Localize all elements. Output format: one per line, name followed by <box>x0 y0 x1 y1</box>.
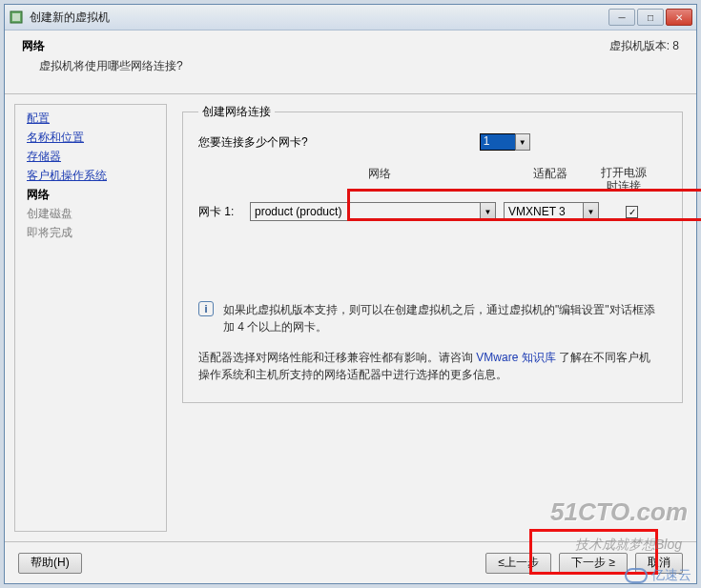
group-legend: 创建网络连接 <box>198 104 275 120</box>
next-button[interactable]: 下一步 ≥ <box>559 553 628 574</box>
vmware-kb-link[interactable]: VMware 知识库 <box>476 351 555 364</box>
wizard-body: 配置 名称和位置 存储器 客户机操作系统 网络 创建磁盘 即将完成 创建网络连接… <box>5 94 696 541</box>
step-create-disk: 创建磁盘 <box>27 206 155 222</box>
info-note-1: i 如果此虚拟机版本支持，则可以在创建虚拟机之后，通过虚拟机的"编辑设置"对话框… <box>198 301 667 335</box>
minimize-button[interactable]: ─ <box>608 9 635 26</box>
window-title: 创建新的虚拟机 <box>30 10 608 26</box>
step-storage[interactable]: 存储器 <box>27 149 155 165</box>
info-icon: i <box>198 301 214 316</box>
info-note-2: 适配器选择对网络性能和迁移兼容性都有影响。请咨询 VMware 知识库 了解在不… <box>198 349 667 383</box>
nic-1-network-value: product (product) <box>255 205 341 218</box>
col-adapter: 适配器 <box>504 166 597 193</box>
wizard-steps-sidebar: 配置 名称和位置 存储器 客户机操作系统 网络 创建磁盘 即将完成 <box>14 104 167 532</box>
chevron-down-icon: ▼ <box>480 203 495 220</box>
col-connect-on-power: 打开电源时连接 <box>597 166 650 193</box>
step-ready-complete: 即将完成 <box>27 225 155 241</box>
page-title: 网络 <box>22 38 679 54</box>
watermark-yisu: 亿速云 <box>625 567 691 584</box>
watermark-slogan: 技术成就梦想Blog <box>575 537 682 554</box>
svg-rect-1 <box>12 13 20 21</box>
window-controls: ─ □ ✕ <box>608 9 692 26</box>
network-connection-group: 创建网络连接 您要连接多少个网卡? 1 ▼ 网络 适配器 打开电源时连接 网卡 … <box>182 104 683 403</box>
wizard-main: 创建网络连接 您要连接多少个网卡? 1 ▼ 网络 适配器 打开电源时连接 网卡 … <box>167 104 683 532</box>
back-button[interactable]: ≤上一步 <box>485 553 551 574</box>
step-configuration[interactable]: 配置 <box>27 111 155 127</box>
step-name-location[interactable]: 名称和位置 <box>27 130 155 146</box>
chevron-down-icon: ▼ <box>583 203 598 220</box>
nic-count-row: 您要连接多少个网卡? 1 ▼ <box>198 133 667 151</box>
step-guest-os[interactable]: 客户机操作系统 <box>27 168 155 184</box>
wizard-header: 网络 虚拟机将使用哪些网络连接? 虚拟机版本: 8 <box>5 30 696 94</box>
nic-count-dropdown-button[interactable]: ▼ <box>515 133 530 151</box>
watermark-51cto: 51CTO.com <box>550 497 688 527</box>
nic-1-row: 网卡 1: product (product) ▼ VMXNET 3 ▼ ✓ <box>198 198 667 225</box>
help-button[interactable]: 帮助(H) <box>18 553 82 574</box>
nic-count-question: 您要连接多少个网卡? <box>198 134 308 151</box>
col-network: 网络 <box>256 166 504 193</box>
close-button[interactable]: ✕ <box>666 9 692 26</box>
nic-count-select-value[interactable]: 1 <box>480 133 516 151</box>
nic-1-label: 网卡 1: <box>198 204 250 220</box>
vm-version-label: 虚拟机版本: 8 <box>609 38 679 54</box>
titlebar: 创建新的虚拟机 ─ □ ✕ <box>5 5 696 30</box>
info-text-1: 如果此虚拟机版本支持，则可以在创建虚拟机之后，通过虚拟机的"编辑设置"对话框添加… <box>223 301 661 335</box>
nic-column-headers: 网络 适配器 打开电源时连接 <box>198 166 667 193</box>
nic-1-network-select[interactable]: product (product) ▼ <box>250 202 496 221</box>
info-text-2a: 适配器选择对网络性能和迁移兼容性都有影响。请咨询 <box>198 351 476 364</box>
maximize-button[interactable]: □ <box>637 9 664 26</box>
nic-1-connect-checkbox[interactable]: ✓ <box>626 206 638 218</box>
nic-1-adapter-select[interactable]: VMXNET 3 ▼ <box>504 202 599 221</box>
nic-1-adapter-value: VMXNET 3 <box>508 205 566 218</box>
step-network: 网络 <box>27 187 155 203</box>
cloud-icon <box>625 568 648 583</box>
app-icon <box>9 10 24 25</box>
page-subtitle: 虚拟机将使用哪些网络连接? <box>39 58 679 74</box>
